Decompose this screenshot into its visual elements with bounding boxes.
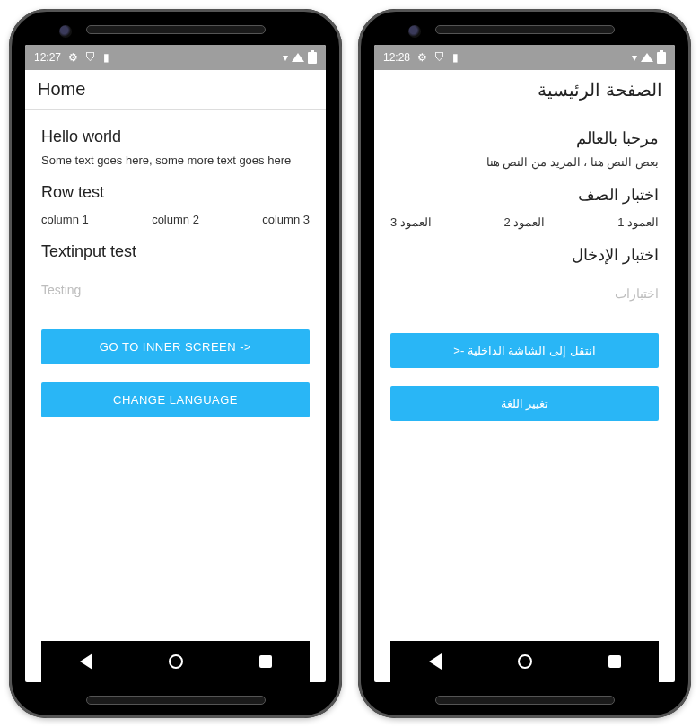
status-bar: 12:28 ⚙ ⛉ ▮ ▾ [374,45,675,70]
text-input[interactable]: اختبارات [390,281,659,306]
android-nav-bar [41,641,310,682]
columns-row: column 1 column 2 column 3 [41,213,310,226]
column-2: column 2 [152,213,199,226]
nav-home-icon[interactable] [518,654,532,669]
go-inner-button[interactable]: GO TO INNER SCREEN -> [41,329,310,364]
page-title: الصفحة الرئيسية [538,80,662,100]
phone-right: 12:28 ⚙ ⛉ ▮ ▾ الصفحة الرئيسية مرحبا بالع… [358,9,691,718]
earpiece-top [435,25,615,34]
textinput-heading: اختبار الإدخال [390,245,659,265]
nav-recent-icon[interactable] [608,655,621,668]
change-language-button[interactable]: CHANGE LANGUAGE [41,382,310,417]
gear-icon: ⚙ [417,51,427,64]
front-camera [59,25,72,38]
content-area: مرحبا بالعالم بعض النص هنا ، المزيد من ا… [374,110,675,641]
hello-heading: مرحبا بالعالم [390,128,659,148]
clock: 12:28 [383,51,410,64]
column-2: العمود 2 [504,215,546,229]
wifi-icon: ▾ [283,51,288,64]
sim-icon: ▮ [452,51,459,64]
battery-icon [308,52,317,64]
screen-left: 12:27 ⚙ ⛉ ▮ ▾ Home Hello world Some text… [25,45,326,682]
front-camera [408,25,421,38]
nav-recent-icon[interactable] [259,655,272,668]
gear-icon: ⚙ [68,51,78,64]
column-3: column 3 [262,213,310,226]
columns-row: العمود 1 العمود 2 العمود 3 [390,215,659,229]
sim-icon: ▮ [103,51,109,64]
nav-back-icon[interactable] [80,653,92,670]
column-1: العمود 1 [617,215,659,229]
content-area: Hello world Some text goes here, some mo… [25,110,326,641]
clock: 12:27 [34,51,61,64]
status-bar: 12:27 ⚙ ⛉ ▮ ▾ [25,45,326,70]
hello-heading: Hello world [41,127,310,146]
row-heading: Row test [41,183,310,202]
earpiece-top [86,25,266,34]
hello-body: بعض النص هنا ، المزيد من النص هنا [390,155,659,169]
nav-home-icon[interactable] [169,654,183,669]
android-nav-bar [390,641,659,682]
row-heading: اختبار الصف [390,185,659,205]
textinput-heading: Textinput test [41,242,310,261]
go-inner-button[interactable]: انتقل إلى الشاشة الداخلية -< [390,333,659,368]
app-bar: Home [25,70,326,110]
screen-right: 12:28 ⚙ ⛉ ▮ ▾ الصفحة الرئيسية مرحبا بالع… [374,45,675,682]
earpiece-bottom [435,696,615,705]
phone-left: 12:27 ⚙ ⛉ ▮ ▾ Home Hello world Some text… [9,9,342,718]
device-chin [358,682,691,718]
signal-icon [641,53,653,62]
wifi-icon: ▾ [632,51,637,64]
signal-icon [292,53,304,62]
shield-icon: ⛉ [434,51,445,64]
battery-icon [657,52,666,64]
shield-icon: ⛉ [85,51,96,64]
change-language-button[interactable]: تغيير اللغة [390,386,659,421]
hello-body: Some text goes here, some more text goes… [41,153,310,167]
device-chin [9,682,342,718]
page-title: Home [38,79,85,99]
text-input[interactable]: Testing [41,277,310,303]
column-1: column 1 [41,213,89,226]
nav-back-icon[interactable] [429,653,442,670]
earpiece-bottom [86,696,266,705]
column-3: العمود 3 [390,215,432,229]
app-bar: الصفحة الرئيسية [374,70,675,110]
